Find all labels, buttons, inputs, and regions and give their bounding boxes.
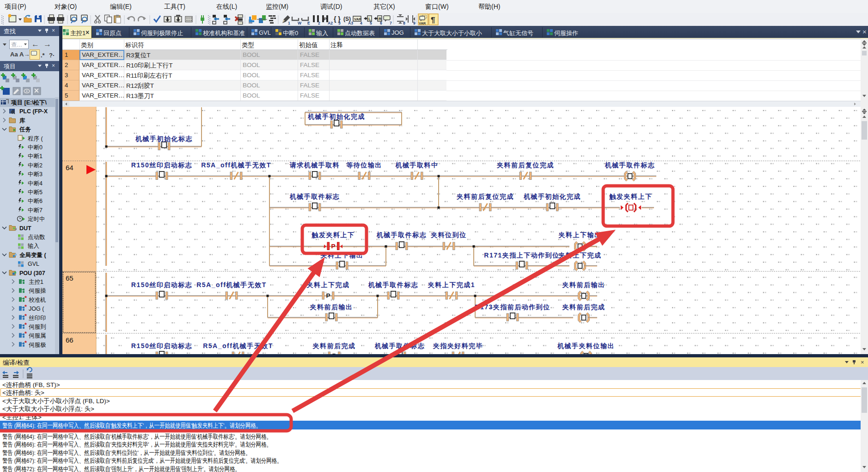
svg-text:E: E bbox=[307, 21, 310, 25]
svg-text:夹料前后输出: 夹料前后输出 bbox=[562, 281, 605, 288]
svg-text:夹料前后完成: 夹料前后完成 bbox=[562, 303, 605, 311]
svg-text:R5A_off机械手无效T: R5A_off机械手无效T bbox=[196, 281, 267, 288]
svg-text:夹指夹好料完毕: 夹指夹好料完毕 bbox=[433, 342, 483, 349]
svg-text:L: L bbox=[368, 17, 371, 21]
svg-text:机械手取料中: 机械手取料中 bbox=[395, 161, 439, 169]
svg-text:夹料上下完成1: 夹料上下完成1 bbox=[428, 281, 475, 288]
svg-text:65: 65 bbox=[66, 274, 73, 282]
svg-text:机械手初始化完成: 机械手初始化完成 bbox=[523, 193, 581, 200]
svg-text:触发夹料上下: 触发夹料上下 bbox=[312, 231, 355, 239]
svg-text:伺服操: 伺服操 bbox=[29, 288, 46, 294]
svg-text:等待位输出: 等待位输出 bbox=[346, 161, 382, 169]
svg-text:66: 66 bbox=[66, 336, 73, 344]
svg-text:机械手取件标志: 机械手取件标志 bbox=[605, 161, 655, 169]
svg-text:定时中: 定时中 bbox=[28, 216, 45, 222]
svg-text:机械手取件标志: 机械手取件标志 bbox=[374, 342, 425, 349]
svg-text:2: 2 bbox=[318, 21, 320, 25]
svg-text:中断5: 中断5 bbox=[28, 189, 43, 196]
svg-text:丝印印: 丝印印 bbox=[29, 315, 46, 321]
svg-text:R5A_off机械手无效T: R5A_off机械手无效T bbox=[203, 342, 273, 349]
svg-text:P: P bbox=[331, 243, 335, 250]
svg-text:1: 1 bbox=[288, 21, 290, 25]
svg-text:输入: 输入 bbox=[28, 243, 40, 249]
svg-text:GVL: GVL bbox=[28, 261, 39, 267]
svg-text:夹料上下输出: 夹料上下输出 bbox=[320, 251, 364, 259]
svg-text:A2: A2 bbox=[328, 21, 333, 25]
svg-text:R173夹指前后动作到位: R173夹指前后动作到位 bbox=[475, 303, 550, 311]
svg-text:机械手夹料位输出: 机械手夹料位输出 bbox=[557, 342, 615, 349]
svg-text:9: 9 bbox=[413, 21, 416, 25]
svg-text:中断2: 中断2 bbox=[28, 162, 43, 169]
svg-text:R150丝印启动标志: R150丝印启动标志 bbox=[131, 161, 192, 169]
svg-text:中断3: 中断3 bbox=[28, 171, 43, 178]
svg-text:R5A_off机械手无效T: R5A_off机械手无效T bbox=[201, 161, 271, 169]
svg-text:A3: A3 bbox=[348, 21, 353, 25]
svg-text:校准机: 校准机 bbox=[29, 297, 46, 303]
svg-text:中断4: 中断4 bbox=[28, 180, 43, 187]
svg-text:伺服属: 伺服属 bbox=[29, 332, 46, 339]
svg-text:P: P bbox=[324, 17, 326, 21]
svg-text:夹料前后复位完成: 夹料前后复位完成 bbox=[456, 193, 514, 200]
svg-text:触发夹料上下: 触发夹料上下 bbox=[609, 193, 653, 200]
svg-text:中断7: 中断7 bbox=[28, 207, 43, 214]
svg-text:5: 5 bbox=[370, 21, 372, 25]
svg-text:伺服到: 伺服到 bbox=[29, 324, 46, 330]
svg-text:伺服极: 伺服极 bbox=[29, 342, 46, 348]
svg-text:项目 [E:\松下\: 项目 [E:\松下\ bbox=[11, 99, 47, 106]
svg-text:库: 库 bbox=[19, 117, 25, 124]
svg-text:DUT: DUT bbox=[19, 225, 31, 232]
svg-text:7: 7 bbox=[390, 21, 392, 25]
svg-text:POU (307: POU (307 bbox=[19, 270, 45, 276]
svg-text:W: W bbox=[298, 21, 302, 25]
svg-text:64: 64 bbox=[66, 164, 73, 172]
svg-text:夹料前后输出: 夹料前后输出 bbox=[310, 303, 353, 311]
svg-text:主控1: 主控1 bbox=[29, 279, 43, 285]
svg-text:机械手取件标志: 机械手取件标志 bbox=[289, 193, 340, 200]
svg-text:6: 6 bbox=[380, 21, 382, 25]
svg-text:中断1: 中断1 bbox=[28, 153, 43, 159]
svg-text:R150丝印启动标志: R150丝印启动标志 bbox=[131, 342, 192, 349]
svg-text:夹料前后完成: 夹料前后完成 bbox=[312, 342, 356, 349]
svg-text:机械手初始化标志: 机械手初始化标志 bbox=[135, 135, 193, 142]
svg-text:JOG (: JOG ( bbox=[29, 306, 44, 312]
svg-text:¶: ¶ bbox=[431, 16, 435, 25]
svg-text:中断0: 中断0 bbox=[28, 144, 43, 151]
svg-text:3: 3 bbox=[338, 21, 341, 25]
svg-text:夹料前后复位完成: 夹料前后复位完成 bbox=[496, 161, 554, 169]
svg-text:程序 (: 程序 ( bbox=[28, 135, 43, 142]
svg-text:R: R bbox=[379, 17, 382, 21]
svg-text:PLC (FP-X: PLC (FP-X bbox=[19, 108, 48, 115]
svg-text:夹料上下完成: 夹料上下完成 bbox=[306, 281, 350, 288]
svg-text:P: P bbox=[326, 292, 330, 299]
svg-text:R150丝印启动标志: R150丝印启动标志 bbox=[131, 281, 192, 288]
svg-text:请求机械手取料: 请求机械手取料 bbox=[289, 161, 340, 169]
svg-text:8: 8 bbox=[403, 21, 405, 25]
svg-text:机械手初始化完成: 机械手初始化完成 bbox=[307, 113, 365, 120]
svg-text:R171夹指上下动作到位: R171夹指上下动作到位 bbox=[484, 251, 559, 259]
svg-text:4: 4 bbox=[360, 21, 362, 25]
svg-text:VAR: VAR bbox=[419, 21, 426, 25]
svg-text:点动数: 点动数 bbox=[28, 234, 45, 240]
svg-text:机械手取件标志: 机械手取件标志 bbox=[376, 231, 427, 239]
svg-text:夹料上下完成: 夹料上下完成 bbox=[558, 251, 602, 259]
svg-text:夹料位到位: 夹料位到位 bbox=[430, 231, 467, 239]
svg-text:中断6: 中断6 bbox=[28, 198, 43, 204]
svg-text:夹料上下输出: 夹料上下输出 bbox=[558, 231, 602, 239]
svg-text:全局变量 (: 全局变量 ( bbox=[19, 252, 46, 258]
svg-text:机械手取件标志: 机械手取件标志 bbox=[368, 281, 419, 288]
svg-text:任务: 任务 bbox=[19, 126, 31, 133]
